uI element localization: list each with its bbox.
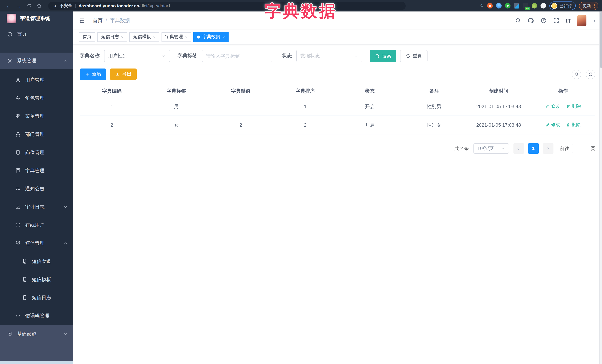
extension-icon-blue-gray[interactable] <box>514 3 519 9</box>
col-created: 创建时间 <box>466 85 531 97</box>
col-status: 状态 <box>337 85 402 97</box>
table-row: 2 女 2 2 开启 性别女 2021-01-05 17:03:48 修改 删除 <box>80 116 595 134</box>
close-icon[interactable]: × <box>153 35 156 39</box>
edit-log-icon <box>15 204 21 210</box>
page-number-current[interactable]: 1 <box>528 143 538 154</box>
breadcrumb-current: 字典数据 <box>110 17 130 24</box>
fullscreen-icon[interactable] <box>553 17 559 24</box>
dashboard-icon <box>7 31 13 37</box>
screen: 字典数据 ← → ▲不安全 dashboard.yudao.iocoder.cn… <box>0 0 602 364</box>
close-icon[interactable]: × <box>121 35 124 39</box>
sidebar-item-menu-mgmt[interactable]: 菜单管理 <box>0 107 73 125</box>
dict-label-label: 字典标签 <box>177 52 197 59</box>
breadcrumb-separator: / <box>106 18 107 23</box>
sidebar-item-error-code[interactable]: 错误码管理 <box>0 307 73 325</box>
goto-page-input[interactable] <box>572 144 588 153</box>
sidebar-item-online-users[interactable]: 在线用户 <box>0 216 73 234</box>
add-button[interactable]: 新增 <box>80 69 106 80</box>
scrollbar-thumb[interactable] <box>600 12 602 68</box>
sidebar-item-dept-mgmt[interactable]: 部门管理 <box>0 125 73 143</box>
signal-icon <box>15 222 21 228</box>
edit-button[interactable]: 修改 <box>545 103 560 110</box>
next-page-button[interactable] <box>543 143 553 154</box>
extension-icon-green-check[interactable] <box>505 3 510 9</box>
extension-icon-green[interactable] <box>532 3 537 9</box>
extension-icon-blue-drop[interactable] <box>496 3 502 9</box>
profile-avatar-emoji <box>551 3 557 9</box>
collapse-sidebar-icon[interactable] <box>78 17 85 24</box>
edit-button[interactable]: 修改 <box>545 122 560 128</box>
dict-label-input[interactable] <box>206 53 268 59</box>
browser-update-button[interactable]: 更新 <box>579 2 598 10</box>
sidebar-item-notice[interactable]: 通知公告 <box>0 180 73 198</box>
export-button[interactable]: 导出 <box>110 69 137 80</box>
delete-button[interactable]: 删除 <box>566 122 581 128</box>
trash-icon <box>566 104 570 109</box>
app-header: 首页 / 字典数据 tT ▼ <box>73 11 602 30</box>
code-icon <box>15 313 21 318</box>
tab-home[interactable]: 首页 <box>79 32 95 42</box>
col-remark: 备注 <box>402 85 466 97</box>
help-icon[interactable] <box>540 17 547 24</box>
page-size-select[interactable]: 10条/页 <box>473 143 509 154</box>
close-icon[interactable]: × <box>223 35 225 39</box>
phone-icon <box>22 277 27 282</box>
overlay-page-title: 字典数据 <box>265 0 337 22</box>
address-bar[interactable]: ▲不安全 dashboard.yudao.iocoder.cn/dict/typ… <box>48 2 406 10</box>
sidebar-item-sms-template[interactable]: 短信模板 <box>0 270 73 289</box>
chevron-down-icon[interactable]: ▼ <box>593 19 596 23</box>
sidebar-item-sms-channel[interactable]: 短信渠道 <box>0 252 73 270</box>
status-select[interactable]: 数据状态 <box>296 50 362 62</box>
refresh-table-button[interactable] <box>586 69 595 79</box>
tab-sms-template[interactable]: 短信模板× <box>129 32 159 42</box>
col-dict-value: 字典键值 <box>209 85 273 97</box>
sidebar-item-role-mgmt[interactable]: 角色管理 <box>0 89 73 107</box>
tab-sms-log[interactable]: 短信日志× <box>97 32 127 42</box>
tab-bar: 首页 短信日志× 短信模板× 字典管理× 字典数据× <box>73 30 602 44</box>
sidebar-item-sms-log[interactable]: 短信日志 <box>0 289 73 307</box>
reset-button[interactable]: 重置 <box>400 50 428 62</box>
close-icon[interactable]: × <box>185 35 188 39</box>
sidebar-item-infrastructure[interactable]: 基础设施 <box>0 325 73 343</box>
sidebar-item-system-mgmt[interactable]: 系统管理 <box>0 52 73 69</box>
toggle-search-button[interactable] <box>572 69 581 79</box>
home-icon[interactable] <box>37 3 42 8</box>
book-icon <box>15 168 21 173</box>
sidebar-item-sms-mgmt[interactable]: 短信管理 <box>0 234 73 252</box>
browser-nav-buttons: ← → <box>4 3 44 8</box>
extensions-puzzle-icon[interactable] <box>540 3 546 9</box>
bookmark-star-icon[interactable]: ☆ <box>480 3 484 9</box>
font-size-icon[interactable]: tT <box>566 17 571 24</box>
forward-icon[interactable]: → <box>16 3 22 8</box>
search-button[interactable]: 搜索 <box>370 50 396 62</box>
toolbar: 新增 导出 <box>80 69 595 80</box>
chevron-up-icon <box>63 241 68 245</box>
sidebar-item-dict-mgmt[interactable]: 字典管理 <box>0 161 73 180</box>
extension-icon-orange[interactable] <box>487 3 493 9</box>
profile-paused-badge[interactable]: 已暂停 <box>549 1 576 10</box>
browser-menu-icon[interactable] <box>594 4 595 8</box>
sidebar-item-post-mgmt[interactable]: 岗位管理 <box>0 143 73 161</box>
breadcrumb-home[interactable]: 首页 <box>93 17 103 24</box>
extension-icon-dark[interactable]: on <box>523 3 528 9</box>
tab-dict-mgmt[interactable]: 字典管理× <box>161 32 191 42</box>
user-avatar[interactable] <box>577 15 586 26</box>
delete-button[interactable]: 删除 <box>566 103 581 110</box>
github-icon[interactable] <box>527 17 534 24</box>
dict-name-select[interactable]: 用户性别 <box>104 50 170 62</box>
active-dot <box>197 35 200 38</box>
page-scrollbar[interactable] <box>599 11 602 364</box>
paused-label: 已暂停 <box>559 3 572 9</box>
search-icon[interactable] <box>515 17 521 24</box>
tab-dict-data[interactable]: 字典数据× <box>194 32 229 42</box>
sidebar-item-home[interactable]: 首页 <box>0 25 73 43</box>
table-row: 1 男 1 1 开启 性别男 2021-01-05 17:03:48 修改 删除 <box>80 97 595 116</box>
sidebar-logo[interactable]: 芋道管理系统 <box>0 11 73 25</box>
security-warning-label: 不安全 <box>60 3 72 9</box>
sidebar-item-audit-log[interactable]: 审计日志 <box>0 198 73 216</box>
total-count: 共 2 条 <box>454 145 469 152</box>
back-icon[interactable]: ← <box>6 3 11 8</box>
sidebar-item-user-mgmt[interactable]: 用户管理 <box>0 71 73 89</box>
prev-page-button[interactable] <box>513 143 524 154</box>
reload-icon[interactable] <box>27 3 32 8</box>
